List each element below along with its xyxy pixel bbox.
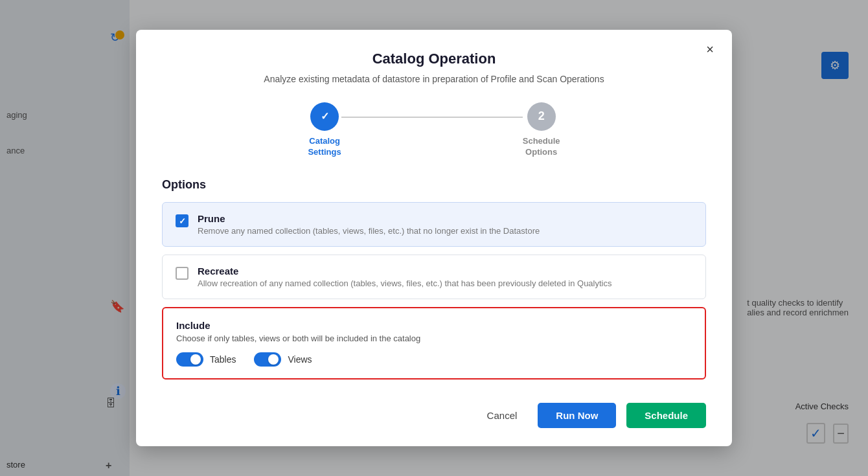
recreate-checkbox[interactable] bbox=[176, 267, 188, 280]
schedule-button[interactable]: Schedule bbox=[626, 403, 706, 428]
prune-checkbox[interactable]: ✓ bbox=[176, 214, 188, 227]
tables-toggle-thumb bbox=[190, 354, 201, 365]
step-connector bbox=[341, 117, 523, 118]
prune-option-row[interactable]: ✓ Prune Remove any named collection (tab… bbox=[162, 202, 706, 247]
step-1-check: ✓ bbox=[321, 110, 329, 122]
catalog-operation-modal: × Catalog Operation Analyze existing met… bbox=[136, 30, 732, 447]
tables-toggle-switch[interactable] bbox=[176, 352, 203, 367]
modal-title: Catalog Operation bbox=[162, 51, 706, 67]
prune-label: Prune bbox=[198, 213, 540, 224]
recreate-label: Recreate bbox=[198, 266, 612, 277]
step-2-circle: 2 bbox=[527, 102, 556, 131]
recreate-description: Allow recreation of any named collection… bbox=[198, 278, 612, 288]
cancel-button[interactable]: Cancel bbox=[477, 403, 528, 427]
close-button[interactable]: × bbox=[701, 40, 719, 58]
toggles-row: Tables Views bbox=[176, 352, 692, 367]
step-2-schedule-options: 2 Schedule Options bbox=[523, 102, 560, 158]
prune-check-mark: ✓ bbox=[179, 216, 186, 226]
include-section: Include Choose if only tables, views or … bbox=[162, 307, 706, 380]
views-toggle-switch[interactable] bbox=[254, 352, 281, 367]
recreate-text-wrap: Recreate Allow recreation of any named c… bbox=[198, 266, 612, 288]
tables-toggle-label: Tables bbox=[210, 354, 236, 365]
include-title: Include bbox=[176, 320, 692, 331]
prune-description: Remove any named collection (tables, vie… bbox=[198, 226, 540, 236]
step-1-catalog-settings: ✓ Catalog Settings bbox=[308, 102, 341, 158]
tables-toggle-track bbox=[176, 352, 203, 367]
run-now-button[interactable]: Run Now bbox=[538, 403, 616, 428]
include-description: Choose if only tables, views or both wil… bbox=[176, 334, 692, 343]
modal-overlay: × Catalog Operation Analyze existing met… bbox=[0, 0, 868, 476]
prune-text-wrap: Prune Remove any named collection (table… bbox=[198, 213, 540, 236]
tables-toggle-item[interactable]: Tables bbox=[176, 352, 236, 367]
modal-subtitle: Analyze existing metadata of datastore i… bbox=[162, 74, 706, 84]
modal-footer: Cancel Run Now Schedule bbox=[162, 403, 706, 428]
recreate-option-row[interactable]: Recreate Allow recreation of any named c… bbox=[162, 255, 706, 299]
options-section-title: Options bbox=[162, 178, 706, 192]
views-toggle-track bbox=[254, 352, 281, 367]
views-toggle-item[interactable]: Views bbox=[254, 352, 312, 367]
stepper: ✓ Catalog Settings 2 Schedule Options bbox=[162, 102, 706, 158]
step-1-circle: ✓ bbox=[310, 102, 339, 131]
step-1-label: Catalog Settings bbox=[308, 136, 341, 158]
views-toggle-label: Views bbox=[288, 354, 312, 365]
step-2-label: Schedule Options bbox=[523, 136, 560, 158]
views-toggle-thumb bbox=[268, 354, 279, 365]
